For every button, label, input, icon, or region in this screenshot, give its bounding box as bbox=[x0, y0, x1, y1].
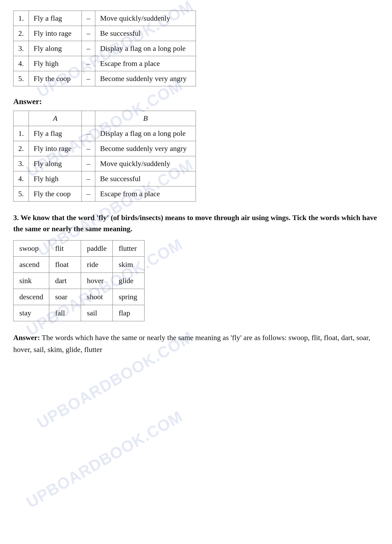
row-phrase-a: Fly a flag bbox=[29, 11, 82, 26]
table-row: 3. Fly along – Display a flag on a long … bbox=[13, 41, 196, 56]
table-row: 4. Fly high – Escape from a place bbox=[13, 56, 196, 71]
table-row: 4. Fly high – Be successful bbox=[13, 171, 196, 186]
word-cell: flutter bbox=[113, 240, 145, 257]
word-grid-row: sinkdarthoverglide bbox=[13, 273, 145, 289]
table-row: 2. Fly into rage – Be successful bbox=[13, 26, 196, 41]
answer-table: A B 1. Fly a flag – Display a flag on a … bbox=[13, 111, 196, 202]
row-phrase-b: Become suddenly very angry bbox=[95, 141, 196, 156]
word-cell: shoot bbox=[81, 289, 113, 305]
word-cell: hover bbox=[81, 273, 113, 289]
row-phrase-a: Fly high bbox=[29, 56, 82, 71]
row-dash: – bbox=[82, 41, 95, 56]
answer-label-2: Answer: bbox=[13, 333, 40, 342]
row-num: 5. bbox=[13, 186, 29, 202]
word-cell: fall bbox=[49, 305, 81, 321]
row-dash: – bbox=[82, 171, 95, 186]
question3-text: 3. We know that the word 'fly' (of birds… bbox=[13, 212, 379, 234]
row-phrase-a: Fly the coop bbox=[29, 71, 82, 86]
word-cell: ascend bbox=[13, 257, 49, 273]
row-num: 3. bbox=[13, 41, 29, 56]
word-grid: swoopflitpaddleflutterascendfloatrideski… bbox=[13, 240, 145, 321]
word-cell: glide bbox=[113, 273, 145, 289]
word-cell: sail bbox=[81, 305, 113, 321]
word-cell: stay bbox=[13, 305, 49, 321]
word-grid-row: descendsoarshootspring bbox=[13, 289, 145, 305]
row-phrase-b: Display a flag on a long pole bbox=[95, 126, 196, 141]
row-num: 4. bbox=[13, 56, 29, 71]
section-answer1: Answer: A B 1. Fly a flag – Display a fl… bbox=[13, 97, 379, 202]
header-empty-num bbox=[13, 111, 29, 126]
question-table: 1. Fly a flag – Move quickly/suddenly 2.… bbox=[13, 11, 196, 86]
section-table1: 1. Fly a flag – Move quickly/suddenly 2.… bbox=[13, 11, 379, 86]
row-phrase-a: Fly into rage bbox=[29, 141, 82, 156]
word-cell: float bbox=[49, 257, 81, 273]
row-phrase-b: Escape from a place bbox=[95, 186, 196, 202]
row-num: 5. bbox=[13, 71, 29, 86]
answer-label-1: Answer: bbox=[13, 97, 379, 106]
row-phrase-b: Move quickly/suddenly bbox=[95, 156, 196, 171]
word-grid-row: stayfallsailflap bbox=[13, 305, 145, 321]
section-question3: 3. We know that the word 'fly' (of birds… bbox=[13, 212, 379, 321]
word-cell: soar bbox=[49, 289, 81, 305]
row-dash: – bbox=[82, 186, 95, 202]
row-phrase-b: Become suddenly very angry bbox=[95, 71, 196, 86]
row-phrase-a: Fly along bbox=[29, 41, 82, 56]
row-phrase-a: Fly the coop bbox=[29, 186, 82, 202]
answer-text-2: Answer: The words which have the same or… bbox=[13, 332, 379, 356]
table-row: 1. Fly a flag – Move quickly/suddenly bbox=[13, 11, 196, 26]
header-empty-dash bbox=[82, 111, 95, 126]
row-phrase-a: Fly into rage bbox=[29, 26, 82, 41]
row-phrase-b: Be successful bbox=[95, 26, 196, 41]
word-cell: flit bbox=[49, 240, 81, 257]
row-dash: – bbox=[82, 26, 95, 41]
row-num: 1. bbox=[13, 126, 29, 141]
row-dash: – bbox=[82, 126, 95, 141]
word-cell: descend bbox=[13, 289, 49, 305]
word-cell: skim bbox=[113, 257, 145, 273]
row-dash: – bbox=[82, 11, 95, 26]
word-grid-row: swoopflitpaddleflutter bbox=[13, 240, 145, 257]
row-phrase-b: Be successful bbox=[95, 171, 196, 186]
row-dash: – bbox=[82, 141, 95, 156]
row-phrase-a: Fly a flag bbox=[29, 126, 82, 141]
row-phrase-b: Display a flag on a long pole bbox=[95, 41, 196, 56]
word-cell: flap bbox=[113, 305, 145, 321]
header-b: B bbox=[95, 111, 196, 126]
word-grid-row: ascendfloatrideskim bbox=[13, 257, 145, 273]
row-phrase-b: Move quickly/suddenly bbox=[95, 11, 196, 26]
table-row: 1. Fly a flag – Display a flag on a long… bbox=[13, 126, 196, 141]
table-row: 5. Fly the coop – Become suddenly very a… bbox=[13, 71, 196, 86]
word-cell: spring bbox=[113, 289, 145, 305]
row-dash: – bbox=[82, 156, 95, 171]
row-num: 4. bbox=[13, 171, 29, 186]
table-header-row: A B bbox=[13, 111, 196, 126]
row-num: 3. bbox=[13, 156, 29, 171]
row-num: 1. bbox=[13, 11, 29, 26]
table-row: 2. Fly into rage – Become suddenly very … bbox=[13, 141, 196, 156]
word-cell: dart bbox=[49, 273, 81, 289]
header-a: A bbox=[29, 111, 82, 126]
row-phrase-b: Escape from a place bbox=[95, 56, 196, 71]
word-cell: paddle bbox=[81, 240, 113, 257]
row-num: 2. bbox=[13, 141, 29, 156]
row-phrase-a: Fly along bbox=[29, 156, 82, 171]
section-answer2: Answer: The words which have the same or… bbox=[13, 332, 379, 356]
row-num: 2. bbox=[13, 26, 29, 41]
row-phrase-a: Fly high bbox=[29, 171, 82, 186]
table-row: 3. Fly along – Move quickly/suddenly bbox=[13, 156, 196, 171]
word-cell: ride bbox=[81, 257, 113, 273]
row-dash: – bbox=[82, 71, 95, 86]
word-cell: swoop bbox=[13, 240, 49, 257]
row-dash: – bbox=[82, 56, 95, 71]
word-cell: sink bbox=[13, 273, 49, 289]
answer-content-2: The words which have the same or nearly … bbox=[13, 333, 370, 354]
table-row: 5. Fly the coop – Escape from a place bbox=[13, 186, 196, 202]
